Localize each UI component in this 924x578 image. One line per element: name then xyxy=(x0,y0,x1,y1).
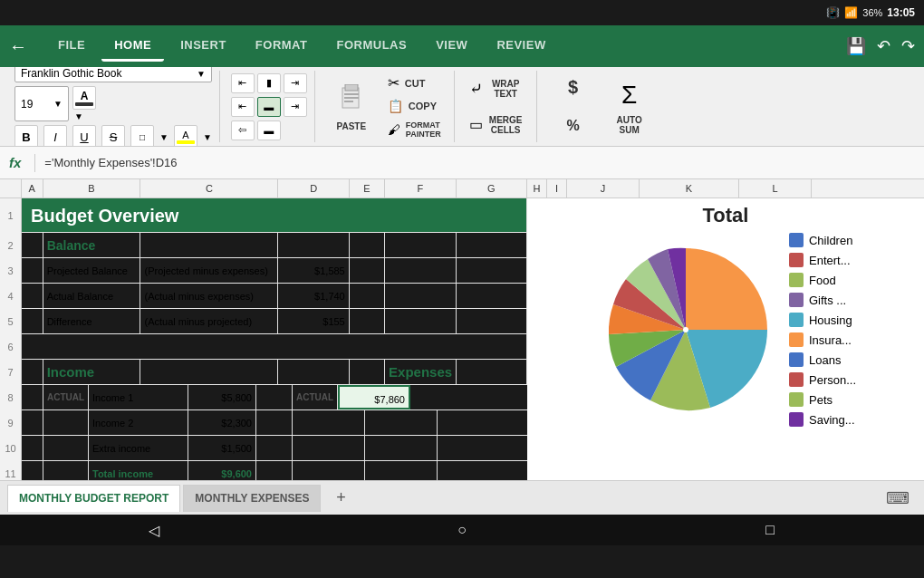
paste-button[interactable]: PASTE xyxy=(326,72,377,141)
row-10-inc3val[interactable]: $1,500 xyxy=(188,436,256,460)
row-9-e[interactable] xyxy=(256,410,293,435)
row-10-f[interactable] xyxy=(293,436,365,460)
tab-home[interactable]: HOME xyxy=(101,31,164,62)
cut-button[interactable]: ✂ CUT xyxy=(382,72,447,94)
row-4-b[interactable]: Actual Balance xyxy=(43,284,141,308)
row-7-c[interactable] xyxy=(140,360,278,384)
row-8-exp-val[interactable]: $7,860 xyxy=(338,385,410,409)
highlight-chevron[interactable]: ▼ xyxy=(203,132,212,142)
copy-button[interactable]: 📋 COPY xyxy=(382,96,447,116)
row-2-f[interactable] xyxy=(385,233,456,257)
row-7-e[interactable] xyxy=(350,360,385,384)
col-e-header[interactable]: E xyxy=(350,179,385,197)
row-9-g[interactable] xyxy=(365,410,438,435)
budget-title-cell[interactable]: Budget Overview xyxy=(22,198,527,232)
row-11-a[interactable] xyxy=(22,461,43,480)
tab-file[interactable]: FILE xyxy=(45,31,98,62)
tab-format[interactable]: FORMAT xyxy=(243,31,321,62)
undo-button[interactable]: ↶ xyxy=(877,36,890,56)
row-10-blank[interactable] xyxy=(43,436,89,460)
row-5-b[interactable]: Difference xyxy=(43,309,141,333)
row-11-f[interactable] xyxy=(293,461,365,480)
save-button[interactable]: 💾 xyxy=(846,36,866,56)
col-j-header[interactable]: J xyxy=(567,179,640,197)
col-d-header[interactable]: D xyxy=(278,179,349,197)
font-name-dropdown[interactable]: Franklin Gothic Book ▼ xyxy=(14,67,212,82)
row-8-inc1[interactable]: Income 1 xyxy=(89,385,188,409)
row-5-e[interactable] xyxy=(350,309,385,333)
row-3-e[interactable] xyxy=(350,258,385,283)
font-color-btn[interactable]: A xyxy=(72,86,96,110)
italic-button[interactable]: I xyxy=(43,125,67,147)
row-11-total-val[interactable]: $9,600 xyxy=(188,461,256,480)
row-3-c[interactable]: (Projected minus expenses) xyxy=(140,258,278,283)
row-4-f[interactable] xyxy=(385,284,456,308)
row-10-inc3[interactable]: Extra income xyxy=(89,436,188,460)
row-5-d[interactable]: $155 xyxy=(278,309,349,333)
merge-cells-button[interactable]: ▭ MERGE CELLS xyxy=(466,108,529,142)
indent-right-btn[interactable]: ⇥ xyxy=(284,97,307,117)
font-size-input[interactable]: 19 ▼ xyxy=(14,86,69,121)
tab-review[interactable]: REVIEW xyxy=(484,31,558,62)
add-sheet-button[interactable]: + xyxy=(327,485,354,512)
keyboard-btn[interactable]: ⌨ xyxy=(879,488,917,508)
row-2-c[interactable] xyxy=(140,233,278,257)
col-a-header[interactable]: A xyxy=(22,179,43,197)
indent-left-btn[interactable]: ⇤ xyxy=(231,97,255,117)
currency-button[interactable]: $ xyxy=(548,71,599,105)
align-middle-btn[interactable]: ▬ xyxy=(257,97,281,117)
row-3-g[interactable] xyxy=(457,258,527,283)
row-5-c[interactable]: (Actual minus projected) xyxy=(140,309,278,333)
row-5-a[interactable] xyxy=(22,309,43,333)
row-8-a[interactable] xyxy=(22,385,43,409)
row-2-d[interactable] xyxy=(278,233,349,257)
col-c-header[interactable]: C xyxy=(140,179,278,197)
row-11-e[interactable] xyxy=(256,461,293,480)
row-2-g[interactable] xyxy=(457,233,527,257)
align-center-btn[interactable]: ▮ xyxy=(257,73,281,93)
percent-button[interactable]: % xyxy=(548,109,599,143)
col-i-header[interactable]: I xyxy=(547,179,567,197)
row-4-c[interactable]: (Actual minus expenses) xyxy=(140,284,278,308)
sheet-tab-expenses[interactable]: MONTHLY EXPENSES xyxy=(183,485,321,512)
back-button[interactable]: ← xyxy=(9,36,27,57)
row-8-exp-actual[interactable]: ACTUAL xyxy=(293,385,338,409)
row-8-e[interactable] xyxy=(256,385,293,409)
row-5-g[interactable] xyxy=(457,309,527,333)
cell-border-btn[interactable]: □ xyxy=(130,125,154,147)
row-4-a[interactable] xyxy=(22,284,43,308)
sheet-tab-budget[interactable]: MONTHLY BUDGET REPORT xyxy=(7,485,180,512)
strikethrough-button[interactable]: S xyxy=(101,125,125,147)
col-l-header[interactable]: L xyxy=(739,179,812,197)
col-h-header[interactable]: H xyxy=(527,179,547,197)
wrap-text-button[interactable]: ⤶ WRAP TEXT xyxy=(466,72,529,106)
align-right-btn[interactable]: ⇥ xyxy=(284,73,307,93)
bold-button[interactable]: B xyxy=(14,125,38,147)
row-11-total-label[interactable]: Total income xyxy=(89,461,188,480)
underline-button[interactable]: U xyxy=(72,125,96,147)
redo-button[interactable]: ↷ xyxy=(901,36,915,56)
android-back-btn[interactable]: ◁ xyxy=(136,515,172,545)
font-color-chevron[interactable]: ▼ xyxy=(72,111,96,121)
row-9-blank[interactable] xyxy=(43,410,89,435)
row-7-expenses[interactable]: Expenses xyxy=(385,360,456,384)
row-10-a[interactable] xyxy=(22,436,43,460)
row-11-blank[interactable] xyxy=(43,461,89,480)
row-8-inc1val[interactable]: $5,800 xyxy=(188,385,256,409)
row-6-empty[interactable] xyxy=(22,334,527,359)
row-4-g[interactable] xyxy=(457,284,527,308)
row-3-b[interactable]: Projected Balance xyxy=(43,258,141,283)
col-k-header[interactable]: K xyxy=(640,179,739,197)
align-bottom-btn[interactable]: ⇦ xyxy=(231,120,255,140)
row-7-income[interactable]: Income xyxy=(43,360,141,384)
row-9-inc2val[interactable]: $2,300 xyxy=(188,410,256,435)
row-5-f[interactable] xyxy=(385,309,456,333)
tab-formulas[interactable]: FORMULAS xyxy=(323,31,419,62)
justify-btn[interactable]: ▬ xyxy=(257,120,281,140)
formula-input[interactable]: ='Monthly Expenses'!D16 xyxy=(44,156,915,169)
format-painter-button[interactable]: 🖌 FORMATPAINTER xyxy=(382,118,447,141)
row-4-d[interactable]: $1,740 xyxy=(278,284,349,308)
android-recent-btn[interactable]: □ xyxy=(752,515,788,545)
col-g-header[interactable]: G xyxy=(457,179,527,197)
row-10-e[interactable] xyxy=(256,436,293,460)
